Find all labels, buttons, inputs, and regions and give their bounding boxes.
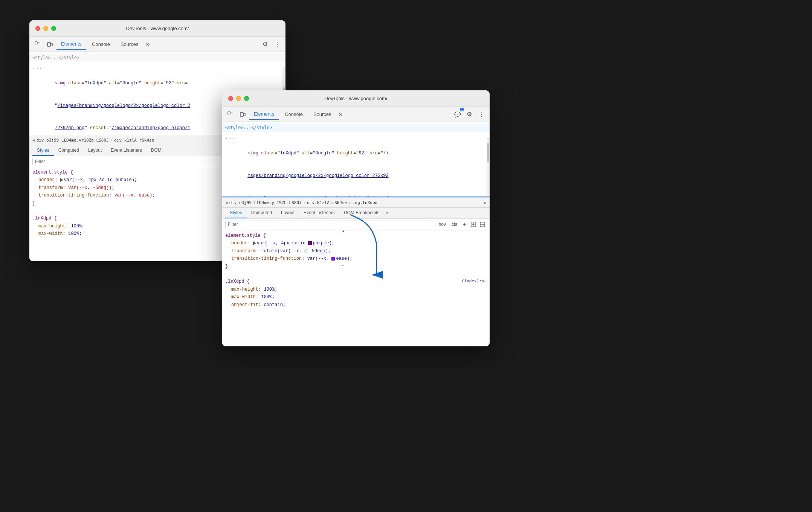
close-button-2[interactable] <box>228 96 233 101</box>
styles-tab-computed-2[interactable]: Computed <box>247 208 276 218</box>
more-tabs-icon-2[interactable]: » <box>337 110 344 118</box>
breadcrumb-item-2-1[interactable]: div.o3j99.LLD4me.yr19Zb.LS8OJ <box>229 200 302 205</box>
triangle-icon-1[interactable] <box>60 178 63 182</box>
html-panel-2: <style>...</style> ... <img class="lnXdp… <box>222 122 490 197</box>
breadcrumb-item-1[interactable]: div.o3j99.LLD4me.yr19Zb.LS8OJ <box>37 138 109 143</box>
html-dots-1[interactable]: ... <box>29 62 285 72</box>
css-property-border-2: border: var(--x, 4px solid purple); <box>225 239 487 247</box>
maximize-button-1[interactable] <box>51 26 56 31</box>
svg-rect-4 <box>228 112 230 114</box>
svg-rect-2 <box>47 43 50 46</box>
circle-swatch-transform[interactable] <box>304 249 308 253</box>
css-selector-2: .lnXdpd { <box>32 216 57 221</box>
window-title-2: DevTools - www.google.com/ <box>325 96 388 101</box>
more-options-icon-1[interactable]: ⋮ <box>272 39 282 50</box>
tab-elements-2[interactable]: Elements <box>249 109 279 120</box>
css-selector-1: element.style { <box>32 170 73 175</box>
css-property-object-fit-2: object-fit: contain; <box>225 301 487 309</box>
tab-sources-1[interactable]: Sources <box>116 39 143 50</box>
inspect-icon[interactable] <box>32 39 43 50</box>
styles-tab-computed-1[interactable]: Computed <box>54 145 84 156</box>
html-dots-2[interactable]: ... <box>222 132 490 142</box>
styles-tab-dom-breakpoints-2[interactable]: DOM Breakpoints <box>339 208 384 218</box>
css-selector-2-1: element.style { <box>225 233 266 238</box>
index-ref[interactable]: (index):63 <box>462 278 487 285</box>
inspect-icon-2[interactable] <box>225 109 236 120</box>
close-button-1[interactable] <box>35 26 40 31</box>
title-bar-1: DevTools - www.google.com/ <box>29 20 285 37</box>
filter-row-2: :hov .cls + <box>222 219 490 230</box>
styles-tab-styles-1[interactable]: Styles <box>32 145 54 156</box>
breadcrumb-back-icon[interactable]: ◀ <box>32 138 35 143</box>
arrow-down-border: ↓ <box>341 230 346 237</box>
svg-rect-3 <box>51 43 52 46</box>
breadcrumb-item-2-2[interactable]: div.k1zlA.rSk4se <box>307 200 347 205</box>
styles-tab-event-listeners-1[interactable]: Event Listeners <box>106 145 147 156</box>
filter-hov-2[interactable]: :hov <box>436 221 447 228</box>
css-property-transform-2: transform: rotate(var(--x, -5deg)); <box>225 247 487 255</box>
html-line-2-3: dp.png" srcset="/images/branding/googlel… <box>222 187 490 197</box>
styles-tab-layout-2[interactable]: Layout <box>276 208 299 218</box>
css-rule-element-style-2: element.style { border: var(--x, 4px sol… <box>225 232 487 270</box>
filter-input-2[interactable] <box>225 221 434 228</box>
comment-badge: 1 <box>460 108 464 111</box>
breadcrumb-item-2-3[interactable]: img.lnXdpd <box>353 200 377 205</box>
styles-tab-styles-2[interactable]: Styles <box>225 208 247 218</box>
html-line-2-1: <img class="lnXdpd" alt="Google" height=… <box>222 142 490 165</box>
css-property-max-height-2: max-height: 100%; <box>225 286 487 293</box>
maximize-button-2[interactable] <box>244 96 249 101</box>
minimize-button-1[interactable] <box>43 26 48 31</box>
styles-tab-dom-1[interactable]: DOM <box>147 145 166 156</box>
html-line-2-2: mages/branding/googlelogo/2x/googlelogo_… <box>222 165 490 187</box>
css-rule-lnxdpd-2: .lnXdpd { (index):63 max-height: 100%; m… <box>225 278 487 309</box>
breadcrumb-item-2[interactable]: div.k1zlA.rSk4se <box>114 138 154 143</box>
toolbar-1: Elements Console Sources » ⚙ ⋮ <box>29 37 285 52</box>
toggle-style-icon[interactable] <box>478 220 487 229</box>
tab-sources-2[interactable]: Sources <box>309 109 336 120</box>
title-bar-2: DevTools - www.google.com/ <box>222 90 490 107</box>
filter-icons-2: + <box>460 220 487 229</box>
window-title-1: DevTools - www.google.com/ <box>126 26 189 31</box>
devtools-window-2: DevTools - www.google.com/ Elements Cons… <box>222 90 490 346</box>
css-property-transition-2: transition-timing-function: var(--x, eas… <box>225 255 487 262</box>
tab-console-1[interactable]: Console <box>87 39 114 50</box>
css-selector-2-2: .lnXdpd { <box>225 279 250 284</box>
breadcrumb-bar-2: ◀ div.o3j99.LLD4me.yr19Zb.LS8OJ › div.k1… <box>222 197 490 208</box>
css-property-max-width-2: max-width: 100%; <box>225 293 487 301</box>
new-style-rule-icon[interactable] <box>469 220 478 229</box>
color-swatch-purple[interactable] <box>308 241 312 245</box>
comment-icon-2[interactable]: 💬 1 <box>452 109 462 120</box>
tab-elements-1[interactable]: Elements <box>56 39 86 50</box>
device-icon-2[interactable] <box>237 109 248 120</box>
settings-icon-1[interactable]: ⚙ <box>260 39 270 50</box>
styles-panel-2: Styles Computed Layout Event Listeners D… <box>222 208 490 346</box>
filter-cls-2[interactable]: .cls <box>449 221 459 228</box>
minimize-button-2[interactable] <box>236 96 241 101</box>
more-options-icon-2[interactable]: ⋮ <box>476 109 487 120</box>
styles-tabs-2: Styles Computed Layout Event Listeners D… <box>222 208 490 219</box>
toolbar-2: Elements Console Sources » 💬 1 ⚙ ⋮ <box>222 107 490 122</box>
arrow-up-transition: ↑ <box>341 261 345 273</box>
traffic-lights-1 <box>35 26 56 31</box>
more-tabs-icon-1[interactable]: » <box>145 40 151 48</box>
add-style-rule-icon[interactable]: + <box>460 220 469 229</box>
css-content-2: element.style { border: var(--x, 4px sol… <box>222 230 490 346</box>
checkbox-swatch-transition[interactable] <box>331 257 335 261</box>
breadcrumb-forward-icon[interactable]: ▶ <box>484 200 487 205</box>
styles-tab-event-listeners-2[interactable]: Event Listeners <box>299 208 339 218</box>
traffic-lights-2 <box>228 96 249 101</box>
svg-rect-7 <box>244 113 245 116</box>
svg-rect-6 <box>240 113 243 116</box>
breadcrumb-back-icon-2[interactable]: ◀ <box>225 200 228 205</box>
styles-more-icon-2[interactable]: » <box>384 208 390 218</box>
device-icon[interactable] <box>44 39 55 50</box>
triangle-icon-2[interactable] <box>253 241 256 245</box>
styles-tab-layout-1[interactable]: Layout <box>84 145 106 156</box>
settings-icon-2[interactable]: ⚙ <box>464 109 475 120</box>
tab-console-2[interactable]: Console <box>280 109 307 120</box>
svg-rect-0 <box>35 42 37 44</box>
